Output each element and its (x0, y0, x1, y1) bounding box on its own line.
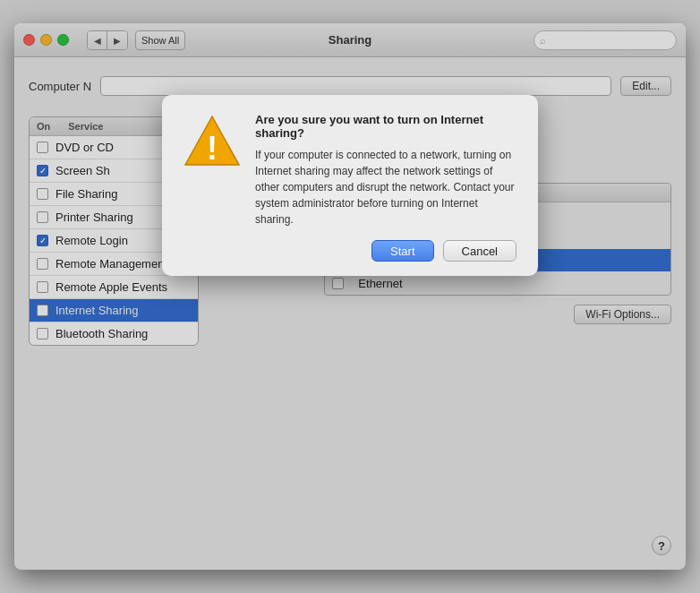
cancel-button[interactable]: Cancel (443, 240, 516, 262)
main-window: ◀ ▶ Show All Sharing ⌕ Computer N Edit..… (14, 23, 686, 570)
modal-overlay: ! Are you sure you want to turn on Inter… (14, 23, 686, 570)
modal-title: Are you sure you want to turn on Interne… (255, 113, 516, 140)
modal-top: ! Are you sure you want to turn on Inter… (184, 113, 516, 228)
warning-triangle-svg: ! (184, 113, 241, 170)
start-button[interactable]: Start (371, 240, 433, 262)
modal-text-block: Are you sure you want to turn on Interne… (255, 113, 516, 228)
warning-icon: ! (184, 113, 241, 170)
svg-text:!: ! (207, 130, 218, 167)
modal-buttons: Start Cancel (184, 240, 516, 262)
modal-body-text: If your computer is connected to a netwo… (255, 147, 516, 228)
confirmation-dialog: ! Are you sure you want to turn on Inter… (162, 95, 538, 276)
